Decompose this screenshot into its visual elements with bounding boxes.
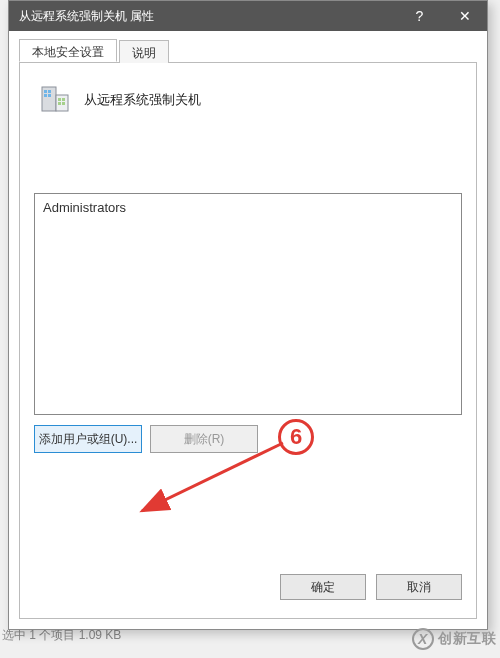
- titlebar-title: 从远程系统强制关机 属性: [19, 8, 397, 25]
- svg-rect-4: [48, 94, 51, 97]
- watermark-text: 创新互联: [438, 630, 496, 648]
- list-item[interactable]: Administrators: [43, 198, 453, 217]
- svg-rect-1: [44, 90, 47, 93]
- dialog-body: 本地安全设置 说明: [9, 31, 487, 629]
- watermark-icon: X: [412, 628, 434, 650]
- close-button[interactable]: ✕: [442, 1, 487, 31]
- svg-rect-3: [44, 94, 47, 97]
- properties-dialog: 从远程系统强制关机 属性 ? ✕ 本地安全设置 说明: [8, 0, 488, 630]
- svg-rect-8: [58, 102, 61, 105]
- policy-title: 从远程系统强制关机: [84, 91, 201, 109]
- tab-local-security[interactable]: 本地安全设置: [19, 39, 117, 62]
- action-row: 添加用户或组(U)... 删除(R): [34, 425, 462, 453]
- svg-rect-6: [58, 98, 61, 101]
- policy-icon: [38, 83, 72, 117]
- tab-content: 从远程系统强制关机 Administrators 添加用户或组(U)... 删除…: [19, 63, 477, 619]
- cancel-button[interactable]: 取消: [376, 574, 462, 600]
- svg-rect-9: [62, 102, 65, 105]
- titlebar: 从远程系统强制关机 属性 ? ✕: [9, 1, 487, 31]
- svg-rect-7: [62, 98, 65, 101]
- tab-explain[interactable]: 说明: [119, 40, 169, 63]
- add-user-group-button[interactable]: 添加用户或组(U)...: [34, 425, 142, 453]
- remove-button: 删除(R): [150, 425, 258, 453]
- users-groups-list[interactable]: Administrators: [34, 193, 462, 415]
- tab-strip: 本地安全设置 说明: [19, 39, 477, 63]
- policy-header: 从远程系统强制关机: [34, 77, 462, 123]
- help-button[interactable]: ?: [397, 1, 442, 31]
- svg-rect-2: [48, 90, 51, 93]
- dialog-footer: 确定 取消: [34, 562, 462, 604]
- ok-button[interactable]: 确定: [280, 574, 366, 600]
- watermark: X 创新互联: [412, 628, 496, 650]
